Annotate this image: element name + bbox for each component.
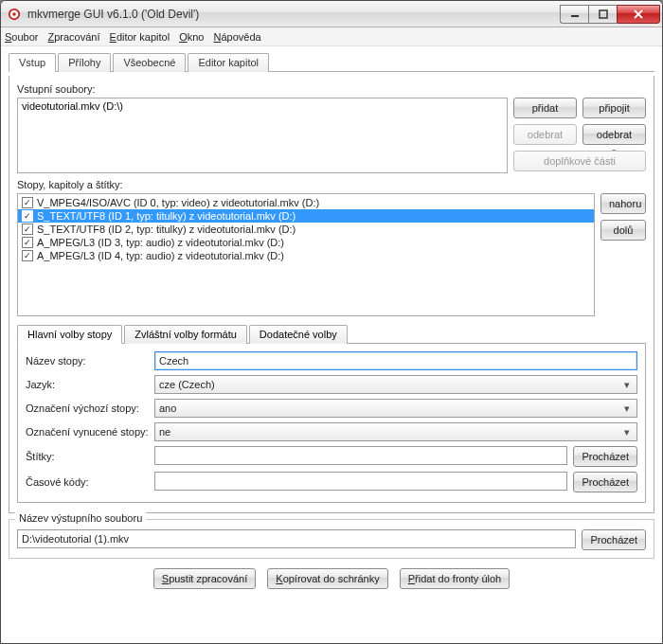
- track-tab-format[interactable]: Zvláštní volby formátu: [124, 325, 247, 344]
- track-text: A_MPEG/L3 (ID 3, typ: audio) z videotuto…: [37, 237, 284, 248]
- chevron-down-icon: ▾: [619, 426, 635, 438]
- menubar: Soubor Zpracování Editor kapitol Okno Ná…: [1, 27, 662, 46]
- start-muxing-button[interactable]: Spustit zpracování: [153, 568, 257, 589]
- window-title: mkvmerge GUI v6.1.0 ('Old Devil'): [27, 8, 560, 21]
- maximize-button[interactable]: [588, 5, 617, 24]
- default-flag-select[interactable]: ano▾: [154, 399, 637, 418]
- menu-editor[interactable]: Editor kapitol: [110, 31, 170, 43]
- browse-output-button[interactable]: Procházet: [582, 529, 646, 550]
- default-flag-label: Označení výchozí stopy:: [26, 402, 149, 414]
- track-checkbox[interactable]: ✓: [22, 250, 33, 261]
- main-tabstrip: Vstup Přílohy Všeobecné Editor kapitol: [9, 52, 654, 72]
- chevron-down-icon: ▾: [619, 402, 635, 415]
- menu-okno[interactable]: Okno: [179, 31, 204, 43]
- tab-chapters[interactable]: Editor kapitol: [188, 53, 269, 72]
- track-text: V_MPEG4/ISO/AVC (ID 0, typ: video) z vid…: [37, 197, 319, 208]
- client-area: Vstup Přílohy Všeobecné Editor kapitol V…: [1, 46, 662, 597]
- tab-input[interactable]: Vstup: [9, 53, 56, 72]
- titlebar[interactable]: mkvmerge GUI v6.1.0 ('Old Devil'): [1, 1, 662, 27]
- track-row[interactable]: ✓A_MPEG/L3 (ID 4, typ: audio) z videotut…: [18, 249, 594, 262]
- tags-label: Štítky:: [26, 451, 149, 462]
- close-button[interactable]: [617, 5, 660, 24]
- track-name-input[interactable]: [154, 351, 637, 370]
- remove-all-button[interactable]: odebrat vše: [582, 124, 646, 145]
- language-select[interactable]: cze (Czech)▾: [154, 375, 637, 394]
- menu-napoveda[interactable]: Nápověda: [213, 31, 260, 43]
- forced-flag-select[interactable]: ne▾: [154, 422, 637, 441]
- append-button[interactable]: připojit: [582, 98, 646, 118]
- output-label: Název výstupního souboru: [15, 512, 146, 524]
- track-row[interactable]: ✓S_TEXT/UTF8 (ID 1, typ: titulky) z vide…: [18, 209, 594, 223]
- track-text: S_TEXT/UTF8 (ID 2, typ: titulky) z video…: [37, 224, 296, 235]
- track-tab-main[interactable]: Hlavní volby stopy: [17, 325, 122, 344]
- track-text: A_MPEG/L3 (ID 4, typ: audio) z videotuto…: [37, 250, 284, 261]
- chevron-down-icon: ▾: [619, 379, 635, 391]
- track-tab-extra[interactable]: Dodatečné volby: [249, 325, 348, 344]
- browse-tags-button[interactable]: Procházet: [573, 446, 637, 467]
- minimize-button[interactable]: [560, 5, 588, 24]
- svg-point-1: [12, 12, 16, 16]
- bottom-buttons: Spustit zpracování Kopírovat do schránky…: [9, 568, 654, 589]
- window-controls: [560, 5, 660, 24]
- track-row[interactable]: ✓S_TEXT/UTF8 (ID 2, typ: titulky) z vide…: [18, 223, 594, 236]
- app-icon: [7, 7, 22, 22]
- up-button[interactable]: nahoru: [600, 193, 646, 214]
- tracks-list[interactable]: ✓V_MPEG4/ISO/AVC (ID 0, typ: video) z vi…: [17, 193, 595, 316]
- remove-button[interactable]: odebrat: [513, 124, 577, 145]
- add-button[interactable]: přidat: [513, 98, 577, 118]
- add-to-queue-button[interactable]: Přidat do fronty úloh: [400, 568, 510, 589]
- track-checkbox[interactable]: ✓: [22, 197, 33, 208]
- add-parts-button[interactable]: doplňkové části: [513, 151, 646, 171]
- down-button[interactable]: dolů: [600, 220, 646, 241]
- input-files-label: Vstupní soubory:: [17, 83, 646, 95]
- forced-flag-label: Označení vynucené stopy:: [26, 426, 149, 438]
- timecodes-input[interactable]: [154, 472, 567, 491]
- input-files-list[interactable]: videotutorial.mkv (D:\): [17, 98, 508, 173]
- menu-zpracovani[interactable]: Zpracování: [47, 31, 99, 43]
- track-row[interactable]: ✓V_MPEG4/ISO/AVC (ID 0, typ: video) z vi…: [18, 196, 594, 209]
- output-filename-input[interactable]: [17, 529, 576, 548]
- browse-timecodes-button[interactable]: Procházet: [573, 472, 637, 492]
- tab-input-body: Vstupní soubory: videotutorial.mkv (D:\)…: [9, 76, 654, 513]
- main-window: mkvmerge GUI v6.1.0 ('Old Devil') Soubor…: [0, 0, 663, 644]
- track-opts-body: Název stopy: Jazyk: cze (Czech)▾ Označen…: [17, 344, 646, 503]
- track-opts-tabstrip: Hlavní volby stopy Zvláštní volby formát…: [17, 324, 646, 344]
- timecodes-label: Časové kódy:: [26, 476, 149, 488]
- track-name-label: Název stopy:: [26, 355, 149, 367]
- svg-rect-3: [600, 10, 607, 18]
- tracks-label: Stopy, kapitoly a štítky:: [17, 179, 646, 190]
- tab-global[interactable]: Všeobecné: [113, 53, 186, 72]
- track-row[interactable]: ✓A_MPEG/L3 (ID 3, typ: audio) z videotut…: [18, 236, 594, 249]
- tags-input[interactable]: [154, 446, 567, 465]
- output-groupbox: Název výstupního souboru Procházet: [9, 519, 654, 559]
- input-file-item[interactable]: videotutorial.mkv (D:\): [22, 100, 503, 112]
- track-text: S_TEXT/UTF8 (ID 1, typ: titulky) z video…: [37, 210, 296, 222]
- copy-to-clipboard-button[interactable]: Kopírovat do schránky: [267, 568, 387, 589]
- track-checkbox[interactable]: ✓: [22, 237, 33, 248]
- track-checkbox[interactable]: ✓: [22, 224, 33, 235]
- language-label: Jazyk:: [26, 379, 149, 390]
- menu-soubor[interactable]: Soubor: [5, 31, 38, 43]
- track-checkbox[interactable]: ✓: [22, 210, 33, 222]
- tab-attachments[interactable]: Přílohy: [58, 53, 111, 72]
